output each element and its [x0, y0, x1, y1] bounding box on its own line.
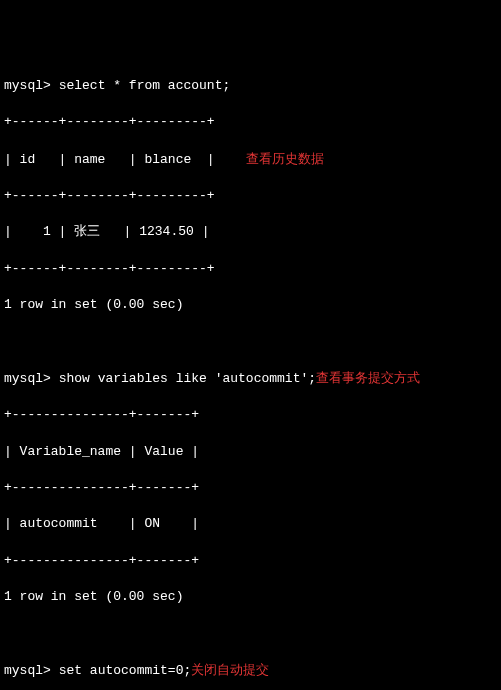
- table-border: +------+--------+---------+: [4, 113, 497, 131]
- result-footer: 1 row in set (0.00 sec): [4, 588, 497, 606]
- table-header: | Variable_name | Value |: [4, 443, 497, 461]
- table-border: +---------------+-------+: [4, 552, 497, 570]
- table-border: +---------------+-------+: [4, 479, 497, 497]
- annotation-text: 查看历史数据: [246, 151, 324, 166]
- terminal-line: mysql> show variables like 'autocommit';…: [4, 369, 497, 388]
- result-footer: 1 row in set (0.00 sec): [4, 296, 497, 314]
- prompt: mysql>: [4, 663, 51, 678]
- table-border: +------+--------+---------+: [4, 187, 497, 205]
- query-text: select * from account;: [59, 78, 231, 93]
- annotation-text: 查看事务提交方式: [316, 370, 420, 385]
- prompt: mysql>: [4, 371, 51, 386]
- table-header: | id | name | blance |: [4, 152, 215, 167]
- table-border: +---------------+-------+: [4, 406, 497, 424]
- terminal-line: | id | name | blance | 查看历史数据: [4, 150, 497, 169]
- terminal-line: mysql> set autocommit=0;关闭自动提交: [4, 661, 497, 680]
- prompt: mysql>: [4, 78, 51, 93]
- blank-line: [4, 332, 497, 350]
- table-row: | 1 | 张三 | 1234.50 |: [4, 223, 497, 241]
- table-row: | autocommit | ON |: [4, 515, 497, 533]
- terminal-line: mysql> select * from account;: [4, 77, 497, 95]
- annotation-text: 关闭自动提交: [191, 662, 269, 677]
- query-text: show variables like 'autocommit';: [59, 371, 316, 386]
- query-text: set autocommit=0;: [59, 663, 192, 678]
- table-border: +------+--------+---------+: [4, 260, 497, 278]
- blank-line: [4, 624, 497, 642]
